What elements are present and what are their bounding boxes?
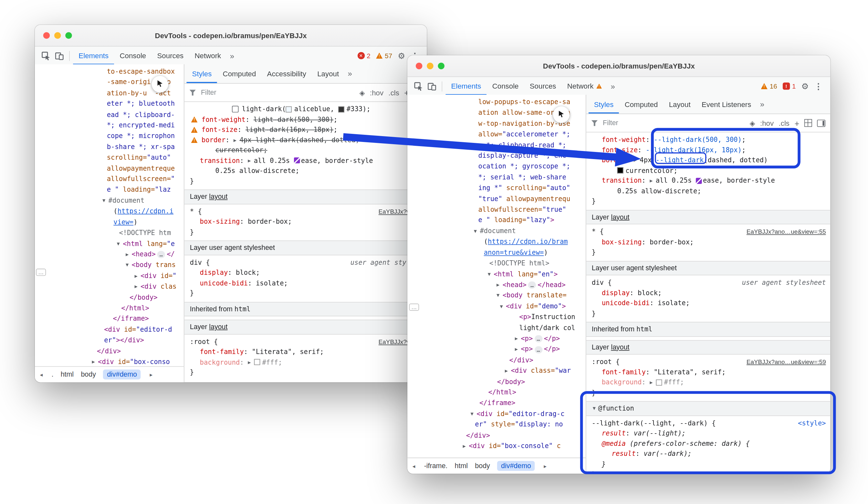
style-declaration-line[interactable]: @media (prefers-color-scheme: dark) { bbox=[586, 439, 830, 449]
style-declaration-line[interactable]: ▼ @function bbox=[586, 401, 830, 416]
style-tag-link[interactable]: <style> bbox=[798, 418, 830, 429]
new-style-rule-icon[interactable]: + bbox=[794, 118, 799, 128]
collapsed-ellipsis[interactable]: … bbox=[157, 251, 165, 258]
dom-tree-line[interactable]: <!DOCTYPE htm bbox=[35, 228, 184, 238]
style-declaration-line[interactable]: !font-size: light-dark(16px, 18px); bbox=[185, 125, 427, 135]
tab-accessibility[interactable]: Accessibility bbox=[261, 64, 312, 83]
style-declaration-line[interactable]: Layer layout bbox=[586, 210, 830, 224]
style-declaration-line[interactable]: !font-weight: light-dark(500, 300); bbox=[185, 114, 427, 125]
minimize-button[interactable] bbox=[427, 63, 434, 70]
dom-tree-line[interactable]: anon=true&view=) bbox=[407, 247, 586, 258]
style-declaration-line[interactable]: box-sizing: border-box; bbox=[185, 216, 427, 227]
style-declaration-line[interactable]: font-family: "Literata", serif; bbox=[185, 347, 427, 357]
document-url-link[interactable]: anon=true&view= bbox=[484, 247, 544, 258]
style-declaration-line[interactable]: Layer layout bbox=[586, 340, 830, 354]
titlebar[interactable]: DevTools - codepen.io/bramus/pen/EaYBJJx bbox=[35, 25, 427, 47]
style-declaration-line[interactable]: font-weight: --light-dark(500, 300); bbox=[586, 134, 830, 145]
tab-sources[interactable]: Sources bbox=[152, 47, 189, 65]
tab-styles[interactable]: Styles bbox=[186, 64, 217, 83]
style-declaration-line[interactable]: } bbox=[586, 309, 830, 319]
tab-layout[interactable]: Layout bbox=[663, 95, 696, 113]
color-swatch-aliceblue[interactable] bbox=[286, 107, 292, 112]
style-declaration-line[interactable]: div {user agent stylesheet bbox=[586, 278, 830, 288]
dom-tree-line[interactable]: <p>Instruction bbox=[407, 312, 586, 323]
dom-tree-line[interactable]: ▶ <p>…</p> bbox=[407, 333, 586, 344]
console-warnings-badge[interactable]: ! 16 bbox=[761, 82, 777, 90]
breadcrumb-item-div#demo[interactable]: div#demo bbox=[103, 370, 141, 380]
dom-tree-line[interactable]: view=) bbox=[35, 217, 184, 228]
style-declaration-line[interactable]: display: block; bbox=[185, 268, 427, 278]
more-ellipsis-button[interactable]: … bbox=[36, 269, 46, 276]
breadcrumb-item-body[interactable]: body bbox=[81, 371, 96, 378]
inspect-icon[interactable] bbox=[412, 80, 425, 93]
style-declaration-line[interactable]: font-size: --light-dark(16px, 18px); bbox=[586, 145, 830, 155]
dom-tree-line[interactable]: to-escape-sandbox bbox=[35, 67, 184, 77]
breadcrumb-item-html[interactable]: html bbox=[455, 462, 468, 470]
crumb-scroll-right-icon[interactable]: ▸ bbox=[148, 372, 154, 377]
style-declaration-line[interactable]: } bbox=[586, 469, 830, 474]
style-declaration-line[interactable]: transition: ▶ all 0.25s ease, border-sty… bbox=[586, 175, 830, 186]
style-declaration-line[interactable]: Layer layout bbox=[185, 320, 427, 334]
style-declaration-line[interactable]: Layer user agent stylesheet bbox=[586, 261, 830, 275]
dom-tree-line[interactable]: ▼ #document bbox=[35, 195, 184, 206]
easing-icon[interactable] bbox=[696, 178, 702, 184]
crumb-scroll-left-icon[interactable]: ◂ bbox=[38, 372, 44, 377]
style-declaration-line[interactable]: currentcolor; bbox=[586, 165, 830, 176]
toggle-hover-state-button[interactable]: :hov bbox=[760, 119, 774, 127]
dom-tree-line[interactable]: ▶ <div id="box-console" c bbox=[407, 441, 586, 452]
style-declaration-line[interactable]: !border: ▶ 4px light-dark(dashed, dotted… bbox=[185, 135, 427, 145]
style-declaration-line[interactable]: } bbox=[586, 247, 830, 257]
style-declaration-line[interactable]: box-sizing: border-box; bbox=[586, 237, 830, 247]
style-declaration-line[interactable]: light-dark(aliceblue, #333); bbox=[185, 104, 427, 114]
style-declaration-line[interactable]: :root {EaYBJJx?ano…ue&view=:59 bbox=[586, 357, 830, 367]
breadcrumb-item-html[interactable]: html bbox=[61, 371, 74, 378]
dom-tree-line[interactable]: cope *; microphon bbox=[35, 131, 184, 142]
more-tabs-icon[interactable]: » bbox=[607, 82, 618, 91]
tab-computed[interactable]: Computed bbox=[217, 64, 261, 83]
more-tabs-icon[interactable]: » bbox=[226, 51, 237, 60]
style-declaration-line[interactable]: Layer layout bbox=[185, 190, 427, 204]
style-declaration-line[interactable]: display: block; bbox=[586, 288, 830, 298]
tab-network[interactable]: Network bbox=[189, 47, 226, 65]
stylesheet-source-link[interactable]: EaYBJJx?ano…ue&view=:55 bbox=[746, 226, 830, 237]
dom-tree-line[interactable]: <!DOCTYPE html> bbox=[407, 258, 586, 269]
dom-tree-line[interactable]: <div id="editor-d bbox=[35, 325, 184, 335]
dom-tree-line[interactable]: allowfullscreen=" bbox=[35, 174, 184, 184]
style-declaration-line[interactable]: font-family: "Literata", serif; bbox=[586, 367, 830, 377]
declaration-checkbox[interactable] bbox=[232, 106, 239, 113]
grid-icon[interactable] bbox=[804, 119, 812, 127]
dom-tree-line[interactable]: </iframe> bbox=[407, 398, 586, 409]
document-url-link[interactable]: https://cdpn.i bbox=[117, 206, 174, 217]
filter-input[interactable]: Filter bbox=[201, 89, 216, 96]
style-declaration-line[interactable]: 0.25s allow-discrete; bbox=[586, 186, 830, 196]
style-declaration-line[interactable]: div {user agent stylesh bbox=[185, 257, 427, 268]
style-declaration-line[interactable]: unicode-bidi: isolate; bbox=[586, 298, 830, 309]
style-declaration-line[interactable]: Layer user agent stylesheet bbox=[185, 241, 427, 255]
dom-tree-line[interactable]: </html> bbox=[407, 387, 586, 398]
breadcrumb-item--[interactable]: . bbox=[51, 371, 53, 378]
device-toolbar-icon[interactable] bbox=[53, 49, 66, 62]
kebab-menu-icon[interactable]: ⋮ bbox=[814, 81, 823, 91]
tab-network[interactable]: Network! bbox=[562, 77, 608, 95]
tab-elements[interactable]: Elements bbox=[73, 47, 114, 65]
style-declaration-line[interactable]: background: ▶ #fff; bbox=[586, 377, 830, 387]
style-declaration-line[interactable]: } bbox=[586, 459, 830, 470]
style-declaration-line[interactable]: Inherited from html bbox=[185, 302, 427, 316]
dom-tree-line[interactable]: ▼ <div id="editor-drag-c bbox=[407, 409, 586, 419]
toggle-class-button[interactable]: .cls bbox=[388, 88, 399, 97]
dom-tree-line[interactable]: low-popups-to-escape-sa bbox=[407, 97, 586, 108]
dom-tree-line[interactable]: eter *; bluetooth bbox=[35, 99, 184, 109]
dom-tree-line[interactable]: ocation *; gyroscope *; bbox=[407, 161, 586, 172]
style-declaration-line[interactable]: currentcolor; bbox=[185, 145, 427, 155]
crumb-scroll-left-icon[interactable]: ◂ bbox=[411, 463, 417, 469]
issues-badge[interactable]: ! 1 bbox=[783, 82, 796, 90]
style-declaration-line[interactable]: background: ▶ #fff; bbox=[185, 357, 427, 367]
dom-tree-line[interactable]: light/dark col bbox=[407, 323, 586, 333]
dom-tree-line[interactable]: ▶ <div class="war bbox=[407, 366, 586, 376]
dom-tree-line[interactable]: ▶ <div clas bbox=[35, 282, 184, 292]
style-declaration-line[interactable]: } bbox=[185, 288, 427, 299]
dom-tree-line[interactable]: ▶ <div id=" bbox=[35, 271, 184, 281]
style-declaration-line[interactable]: result: var(--dark); bbox=[586, 449, 830, 459]
style-declaration-line[interactable]: --light-dark(--light, --dark) {<style> bbox=[586, 418, 830, 429]
style-declaration-line[interactable]: } bbox=[185, 367, 427, 377]
